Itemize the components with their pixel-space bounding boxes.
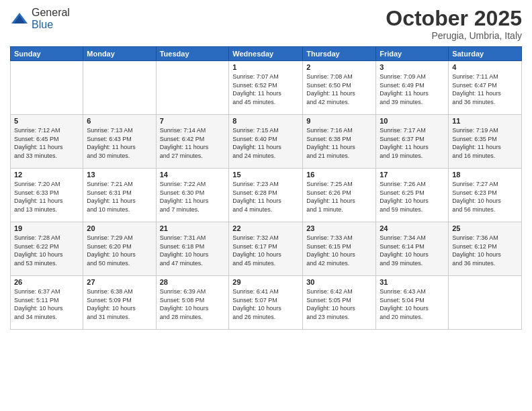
day-cell-3-3: 22Sunrise: 7:32 AM Sunset: 6:17 PM Dayli… [229,222,303,276]
day-info-0-3: Sunrise: 7:07 AM Sunset: 6:52 PM Dayligh… [232,73,299,106]
month-title: October 2025 [386,7,522,30]
day-cell-3-2: 21Sunrise: 7:31 AM Sunset: 6:18 PM Dayli… [156,222,229,276]
day-number-1-1: 6 [87,117,152,125]
day-info-0-5: Sunrise: 7:09 AM Sunset: 6:49 PM Dayligh… [380,73,445,106]
day-info-2-6: Sunrise: 7:27 AM Sunset: 6:23 PM Dayligh… [452,180,518,214]
day-info-4-5: Sunrise: 6:43 AM Sunset: 5:04 PM Dayligh… [380,287,445,321]
day-info-3-2: Sunrise: 7:31 AM Sunset: 6:18 PM Dayligh… [160,234,226,267]
day-number-4-1: 27 [87,278,152,286]
header: General Blue October 2025 Perugia, Umbri… [10,7,522,41]
day-cell-0-2 [156,61,229,115]
day-cell-2-2: 14Sunrise: 7:22 AM Sunset: 6:30 PM Dayli… [156,169,229,222]
day-cell-0-1 [83,61,156,115]
day-info-2-0: Sunrise: 7:20 AM Sunset: 6:33 PM Dayligh… [14,180,79,214]
day-cell-1-2: 7Sunrise: 7:14 AM Sunset: 6:42 PM Daylig… [156,115,229,169]
week-row-0: 1Sunrise: 7:07 AM Sunset: 6:52 PM Daylig… [11,61,522,115]
day-cell-3-1: 20Sunrise: 7:29 AM Sunset: 6:20 PM Dayli… [83,222,156,276]
day-info-1-4: Sunrise: 7:16 AM Sunset: 6:38 PM Dayligh… [306,126,372,160]
week-row-2: 12Sunrise: 7:20 AM Sunset: 6:33 PM Dayli… [11,169,522,222]
day-info-0-6: Sunrise: 7:11 AM Sunset: 6:47 PM Dayligh… [452,73,518,106]
day-number-3-6: 25 [452,224,518,232]
day-number-1-6: 11 [452,117,518,125]
header-friday: Friday [376,47,449,61]
day-cell-4-1: 27Sunrise: 6:38 AM Sunset: 5:09 PM Dayli… [83,276,156,330]
day-cell-0-5: 3Sunrise: 7:09 AM Sunset: 6:49 PM Daylig… [376,61,449,115]
day-number-4-2: 28 [160,278,226,286]
day-info-2-4: Sunrise: 7:25 AM Sunset: 6:26 PM Dayligh… [306,180,372,214]
calendar-container: General Blue October 2025 Perugia, Umbri… [0,0,532,411]
day-number-0-3: 1 [232,63,299,71]
day-cell-2-1: 13Sunrise: 7:21 AM Sunset: 6:31 PM Dayli… [83,169,156,222]
day-info-1-2: Sunrise: 7:14 AM Sunset: 6:42 PM Dayligh… [160,126,226,160]
day-cell-0-4: 2Sunrise: 7:08 AM Sunset: 6:50 PM Daylig… [303,61,376,115]
day-cell-1-5: 10Sunrise: 7:17 AM Sunset: 6:37 PM Dayli… [376,115,449,169]
day-cell-4-4: 30Sunrise: 6:42 AM Sunset: 5:05 PM Dayli… [303,276,376,330]
day-info-4-0: Sunrise: 6:37 AM Sunset: 5:11 PM Dayligh… [14,287,79,321]
logo-blue-text: Blue [32,19,53,30]
day-number-2-5: 17 [380,171,445,179]
day-cell-2-4: 16Sunrise: 7:25 AM Sunset: 6:26 PM Dayli… [303,169,376,222]
day-info-4-2: Sunrise: 6:39 AM Sunset: 5:08 PM Dayligh… [160,287,226,321]
day-cell-4-2: 28Sunrise: 6:39 AM Sunset: 5:08 PM Dayli… [156,276,229,330]
day-number-4-0: 26 [14,278,79,286]
day-info-2-1: Sunrise: 7:21 AM Sunset: 6:31 PM Dayligh… [87,180,152,214]
day-cell-4-0: 26Sunrise: 6:37 AM Sunset: 5:11 PM Dayli… [11,276,83,330]
day-number-3-5: 24 [380,224,445,232]
day-cell-4-6 [449,276,522,330]
day-info-3-6: Sunrise: 7:36 AM Sunset: 6:12 PM Dayligh… [452,234,518,267]
day-cell-1-4: 9Sunrise: 7:16 AM Sunset: 6:38 PM Daylig… [303,115,376,169]
day-cell-2-5: 17Sunrise: 7:26 AM Sunset: 6:25 PM Dayli… [376,169,449,222]
day-cell-2-6: 18Sunrise: 7:27 AM Sunset: 6:23 PM Dayli… [449,169,522,222]
day-number-2-0: 12 [14,171,79,179]
day-number-2-2: 14 [160,171,226,179]
day-number-4-3: 29 [232,278,299,286]
day-cell-4-5: 31Sunrise: 6:43 AM Sunset: 5:04 PM Dayli… [376,276,449,330]
day-number-1-4: 9 [306,117,372,125]
day-info-4-3: Sunrise: 6:41 AM Sunset: 5:07 PM Dayligh… [232,287,299,321]
day-info-1-5: Sunrise: 7:17 AM Sunset: 6:37 PM Dayligh… [380,126,445,160]
day-info-1-3: Sunrise: 7:15 AM Sunset: 6:40 PM Dayligh… [232,126,299,160]
day-cell-2-3: 15Sunrise: 7:23 AM Sunset: 6:28 PM Dayli… [229,169,303,222]
day-info-3-3: Sunrise: 7:32 AM Sunset: 6:17 PM Dayligh… [232,234,299,267]
day-info-3-1: Sunrise: 7:29 AM Sunset: 6:20 PM Dayligh… [87,234,152,267]
day-cell-1-6: 11Sunrise: 7:19 AM Sunset: 6:35 PM Dayli… [449,115,522,169]
day-cell-4-3: 29Sunrise: 6:41 AM Sunset: 5:07 PM Dayli… [229,276,303,330]
day-number-1-3: 8 [232,117,299,125]
day-info-1-0: Sunrise: 7:12 AM Sunset: 6:45 PM Dayligh… [14,126,79,160]
day-cell-0-6: 4Sunrise: 7:11 AM Sunset: 6:47 PM Daylig… [449,61,522,115]
header-thursday: Thursday [303,47,376,61]
calendar-table: Sunday Monday Tuesday Wednesday Thursday… [10,46,522,330]
header-saturday: Saturday [449,47,522,61]
day-number-0-4: 2 [306,63,372,71]
day-cell-0-3: 1Sunrise: 7:07 AM Sunset: 6:52 PM Daylig… [229,61,303,115]
day-cell-1-3: 8Sunrise: 7:15 AM Sunset: 6:40 PM Daylig… [229,115,303,169]
header-tuesday: Tuesday [156,47,229,61]
week-row-3: 19Sunrise: 7:28 AM Sunset: 6:22 PM Dayli… [11,222,522,276]
day-number-3-1: 20 [87,224,152,232]
location-subtitle: Perugia, Umbria, Italy [386,30,522,41]
day-info-2-5: Sunrise: 7:26 AM Sunset: 6:25 PM Dayligh… [380,180,445,214]
day-cell-1-0: 5Sunrise: 7:12 AM Sunset: 6:45 PM Daylig… [11,115,83,169]
day-cell-0-0 [11,61,83,115]
day-number-2-6: 18 [452,171,518,179]
day-info-0-4: Sunrise: 7:08 AM Sunset: 6:50 PM Dayligh… [306,73,372,106]
day-info-3-5: Sunrise: 7:34 AM Sunset: 6:14 PM Dayligh… [380,234,445,267]
logo: General Blue [10,7,70,31]
day-number-3-2: 21 [160,224,226,232]
logo-icon [10,11,29,26]
header-wednesday: Wednesday [229,47,303,61]
day-number-2-3: 15 [232,171,299,179]
week-row-4: 26Sunrise: 6:37 AM Sunset: 5:11 PM Dayli… [11,276,522,330]
day-number-1-2: 7 [160,117,226,125]
weekday-header-row: Sunday Monday Tuesday Wednesday Thursday… [11,47,522,61]
day-number-4-5: 31 [380,278,445,286]
week-row-1: 5Sunrise: 7:12 AM Sunset: 6:45 PM Daylig… [11,115,522,169]
day-cell-3-5: 24Sunrise: 7:34 AM Sunset: 6:14 PM Dayli… [376,222,449,276]
day-info-2-2: Sunrise: 7:22 AM Sunset: 6:30 PM Dayligh… [160,180,226,214]
day-cell-2-0: 12Sunrise: 7:20 AM Sunset: 6:33 PM Dayli… [11,169,83,222]
day-cell-3-0: 19Sunrise: 7:28 AM Sunset: 6:22 PM Dayli… [11,222,83,276]
day-info-3-4: Sunrise: 7:33 AM Sunset: 6:15 PM Dayligh… [306,234,372,267]
day-cell-3-4: 23Sunrise: 7:33 AM Sunset: 6:15 PM Dayli… [303,222,376,276]
day-cell-3-6: 25Sunrise: 7:36 AM Sunset: 6:12 PM Dayli… [449,222,522,276]
day-number-3-0: 19 [14,224,79,232]
